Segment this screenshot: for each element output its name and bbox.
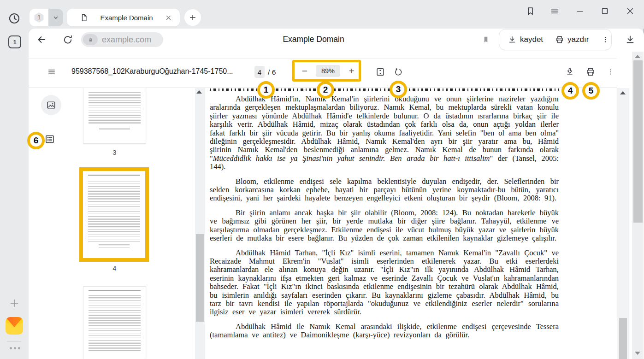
downloads-button[interactable] [625, 34, 636, 45]
rotate-ccw-icon [393, 67, 403, 77]
pdf-page-view[interactable]: Abdülhak Hâmid'in, Namık Kemal'in şiirle… [206, 88, 617, 359]
bookmark-button[interactable] [481, 35, 490, 44]
bookmark-ribbon-icon [525, 6, 535, 16]
document-paragraph: Abdülhak Hâmid'in, Namık Kemal'in şiirle… [210, 95, 559, 171]
fit-to-page-button[interactable] [375, 67, 385, 77]
strip-divider [7, 341, 21, 342]
page-divider: / [268, 68, 270, 76]
maximize-button[interactable] [600, 6, 610, 16]
browser-window: 1 Example Domain [0, 0, 644, 359]
zoom-controls-highlight [292, 60, 361, 82]
pdf-download-button[interactable] [565, 67, 575, 77]
window-scrollbar-thumb[interactable] [633, 60, 643, 223]
close-icon[interactable] [165, 14, 172, 22]
thumbnail-page-content [89, 295, 141, 351]
total-pages: 6 [272, 68, 276, 76]
thumbnail-label: 4 [83, 265, 146, 272]
image-icon [46, 100, 56, 110]
callout-4: 4 [561, 82, 579, 100]
save-button[interactable]: kaydet [504, 35, 547, 44]
rotate-button[interactable] [393, 67, 403, 77]
plus-icon [9, 298, 20, 309]
document-paragraph: Abdülhak Hâmid Tarhan, "İçli Kız" isimli… [210, 249, 559, 317]
tab-counter-button[interactable]: 1 [8, 35, 21, 48]
list-icon [44, 134, 55, 145]
reload-button[interactable] [62, 34, 73, 45]
strip-more-button[interactable] [10, 347, 20, 349]
tab-group-segment[interactable]: 1 [30, 9, 48, 26]
maximize-icon [600, 6, 610, 16]
current-page-input[interactable]: 4 [254, 66, 265, 78]
outline-view-button[interactable] [44, 134, 55, 145]
plus-icon [188, 13, 197, 22]
callout-2: 2 [317, 81, 334, 99]
page-actions-bar: kaydet yazdır [499, 29, 612, 50]
thumbnail-page-3[interactable] [83, 88, 146, 143]
thumbnail-page-content [88, 180, 140, 242]
callout-5: 5 [582, 82, 600, 100]
page-actions-more-button[interactable] [597, 35, 614, 44]
thumbnail-page-5[interactable] [83, 287, 146, 359]
download-icon [508, 35, 517, 44]
printer-icon [585, 67, 596, 77]
window-scroll-down-arrow[interactable] [635, 352, 640, 355]
hamburger-icon [47, 67, 56, 77]
hamburger-icon [549, 6, 560, 16]
history-button[interactable] [8, 12, 21, 25]
pdf-more-button[interactable] [607, 67, 615, 77]
print-button[interactable]: yazdır [551, 35, 592, 44]
browser-menu-button[interactable] [549, 6, 560, 16]
document-text: Abdülhak Hâmid'in, Namık Kemal'in şiirle… [206, 88, 559, 340]
pdf-toolbar-top-border [29, 58, 617, 59]
tab-group-expand-button[interactable] [48, 9, 63, 26]
sidebar-scrollbar-thumb[interactable] [196, 234, 204, 322]
document-paragraph: Bir şiirin anlamı ancak başka bir şiir o… [210, 209, 559, 243]
new-tab-button[interactable] [184, 9, 201, 26]
thumbnail-page-4-selected[interactable] [79, 167, 149, 262]
close-window-button[interactable] [625, 6, 635, 16]
print-button-label: yazdır [567, 35, 589, 44]
callout-3: 3 [390, 81, 407, 98]
pdf-print-button[interactable] [585, 67, 596, 77]
thumbnail-page-content [88, 175, 140, 176]
side-strip: 1 [0, 29, 29, 359]
document-paragraph: Abdülhak Hâmid ile Namık Kemal arasındak… [210, 323, 559, 340]
yandex-mail-button[interactable] [6, 317, 23, 335]
thumbnail-label: 3 [83, 149, 146, 156]
kebab-icon [607, 67, 615, 77]
save-button-label: kaydet [520, 35, 543, 44]
callout-6: 6 [27, 132, 45, 149]
collections-button[interactable] [525, 6, 535, 16]
thumbnail-page-footer [99, 244, 130, 248]
window-scroll-up-arrow[interactable] [635, 55, 640, 58]
tab-group-badge: 1 [34, 12, 44, 23]
url-text: example.com [102, 35, 151, 45]
site-security-chip[interactable] [83, 34, 98, 45]
minimize-button[interactable] [575, 6, 585, 16]
reload-icon [62, 34, 73, 45]
back-button[interactable] [36, 34, 47, 45]
clock-icon [8, 12, 21, 25]
sidebar-scroll-up-arrow[interactable] [196, 90, 202, 94]
strip-add-button[interactable] [9, 298, 20, 309]
pdf-filename: 959387568_102KaraburguOğuzhan-1745-1750.… [71, 67, 247, 76]
file-icon [80, 13, 89, 22]
close-icon [625, 6, 635, 16]
lock-icon [87, 36, 95, 44]
address-bar[interactable]: example.com [81, 32, 163, 47]
thumbnail-page-footer [99, 127, 130, 130]
pdf-sidebar-toggle-button[interactable] [47, 67, 56, 77]
printer-icon [555, 35, 564, 44]
tab-group-chip[interactable]: 1 [30, 9, 63, 26]
document-scrollbar-thumb[interactable] [619, 318, 627, 359]
bookmark-flag-icon [481, 35, 490, 44]
tab-title: Example Domain [89, 14, 165, 22]
thumbnail-page-content [89, 290, 141, 291]
page-count: / 6 [268, 68, 276, 77]
download-outline-icon [565, 67, 575, 77]
download-icon [625, 34, 636, 45]
document-scroll-up-arrow[interactable] [620, 91, 626, 94]
tab-example-domain[interactable]: Example Domain [67, 9, 180, 26]
chevron-down-icon [51, 13, 60, 22]
thumbnails-view-button[interactable] [41, 95, 61, 115]
